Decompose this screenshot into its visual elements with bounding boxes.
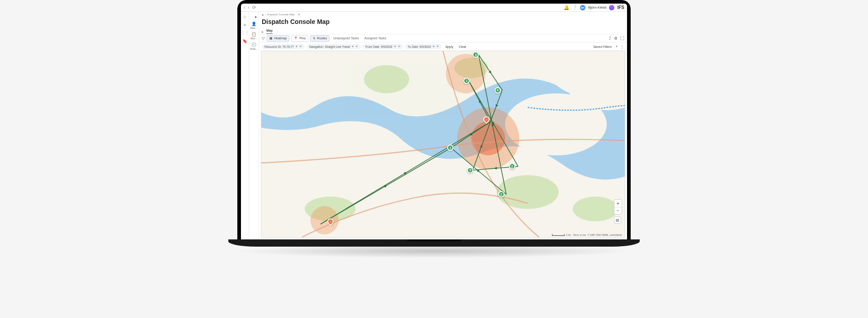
- map-toolbar: ▽ ▦ Heatmap 📍 Pins ↯ Routes Unassigned T…: [259, 34, 627, 42]
- filter-resource[interactable]: Resource ID: 75;76;77 ▼ ✕: [262, 44, 305, 49]
- saved-filters-button[interactable]: Saved Filters: [591, 44, 613, 49]
- home-icon[interactable]: ⌂: [244, 14, 246, 19]
- share-icon[interactable]: ⤴: [609, 36, 611, 41]
- filter-to-date[interactable]: To Date: 9/9/2024 ▼ ✕: [405, 44, 442, 49]
- page-tabs: ▸ Map: [259, 28, 627, 34]
- menu-icon[interactable]: ≡: [244, 23, 246, 27]
- help-icon[interactable]: ❔: [572, 5, 577, 10]
- nav-rail: ⌂ ≡ ⋮⋮ 🔖: [241, 12, 249, 239]
- clock-icon: 🕘: [251, 42, 256, 47]
- person-icon: 👤: [251, 22, 256, 26]
- rail-item-work[interactable]: 📋 Wor...: [250, 32, 258, 40]
- map-controls: + − ▤: [614, 199, 622, 224]
- tab-map[interactable]: Map: [266, 28, 273, 34]
- stop-marker[interactable]: 1: [447, 145, 453, 151]
- stop-marker[interactable]: 3: [472, 51, 479, 58]
- pin-icon: 📍: [294, 37, 298, 40]
- close-icon[interactable]: ✕: [299, 45, 302, 48]
- chevron-down-icon: ▼: [615, 45, 618, 48]
- stop-marker[interactable]: 2: [498, 191, 505, 197]
- heatmap-toggle[interactable]: ▦ Heatmap: [267, 35, 289, 42]
- zoom-control: + −: [614, 199, 622, 215]
- zoom-out-button[interactable]: −: [614, 207, 622, 214]
- route-icon: ↯: [313, 37, 316, 40]
- svg-point-1: [307, 124, 387, 181]
- assigned-link[interactable]: Assigned Tasks: [363, 36, 388, 41]
- unassigned-link[interactable]: Unassigned Tasks: [331, 36, 361, 41]
- clear-button[interactable]: Clear: [457, 44, 468, 49]
- pins-toggle[interactable]: 📍 Pins: [291, 35, 308, 42]
- rail-item-label: Disp...: [250, 47, 258, 50]
- chevron-down-icon: ▼: [295, 45, 298, 48]
- page-title: Dispatch Console Map: [259, 17, 627, 28]
- filter-label: To Date: 9/9/2024: [408, 45, 431, 48]
- clipboard-icon: 📋: [251, 32, 256, 37]
- module-rail: ▸ 👤 Res... 📋 Wor... 🕘 Disp...: [249, 12, 259, 239]
- copyright-label: © 1987–2024 HERE, Lantmäteriet: [588, 234, 622, 236]
- map-canvas: [261, 51, 625, 237]
- chevron-down-icon: ▼: [432, 45, 435, 48]
- expand-rail-icon[interactable]: ▸: [255, 14, 257, 19]
- heatmap-icon: ▦: [269, 37, 273, 40]
- filter-navigation[interactable]: Navigation: Straight Line Travel ▼ ✕: [307, 44, 361, 49]
- breadcrumb-item[interactable]: Dispatch Console Map: [267, 13, 294, 16]
- brand-label: IFS: [617, 5, 624, 10]
- svg-point-9: [573, 196, 618, 221]
- stop-marker[interactable]: 1: [463, 78, 470, 84]
- nav-forward-icon[interactable]: ›: [248, 5, 249, 10]
- filter-label: From Date: 9/9/2024: [365, 45, 392, 48]
- routes-toggle[interactable]: ↯ Routes: [310, 35, 330, 42]
- filter-bar: Resource ID: 75;76;77 ▼ ✕ Navigation: St…: [259, 42, 627, 51]
- stop-marker[interactable]: 3: [467, 167, 473, 173]
- svg-point-5: [364, 65, 409, 93]
- rail-item-dispatch[interactable]: 🕘 Disp...: [250, 42, 258, 50]
- bell-icon[interactable]: 🔔: [564, 5, 569, 10]
- layers-button[interactable]: ▤: [614, 216, 621, 224]
- close-icon[interactable]: ✕: [398, 45, 401, 48]
- breadcrumb: ● › Dispatch Console Map ⧉: [259, 12, 627, 17]
- filter-icon[interactable]: ▽: [262, 36, 265, 41]
- breadcrumb-dot-icon: ●: [262, 13, 264, 16]
- bookmark-icon[interactable]: 🔖: [242, 39, 247, 43]
- nav-back-icon[interactable]: ‹: [244, 5, 245, 10]
- more-icon[interactable]: ⋮: [620, 44, 624, 49]
- nav-refresh-icon[interactable]: ⟳: [252, 5, 256, 10]
- svg-point-13: [311, 206, 339, 234]
- zoom-in-button[interactable]: +: [614, 200, 622, 207]
- fullscreen-icon[interactable]: ⛶: [620, 36, 624, 41]
- filter-from-date[interactable]: From Date: 9/9/2024 ▼ ✕: [363, 44, 403, 49]
- rail-item-resources[interactable]: 👤 Res...: [250, 22, 258, 29]
- rail-item-label: Res...: [250, 27, 258, 29]
- chevron-down-icon: ▼: [394, 45, 396, 48]
- user-name: Björn Kleist: [588, 5, 606, 9]
- stop-marker[interactable]: 4: [495, 87, 501, 94]
- scale-bar: [552, 234, 565, 236]
- chevron-down-icon: ▼: [351, 45, 354, 48]
- close-icon[interactable]: ✕: [355, 45, 358, 48]
- apps-icon[interactable]: ⋮⋮: [241, 31, 249, 35]
- heatmap-label: Heatmap: [274, 37, 287, 40]
- pins-label: Pins: [299, 37, 306, 40]
- terms-link[interactable]: Terms of use: [573, 234, 586, 236]
- close-icon[interactable]: ✕: [436, 45, 439, 48]
- breadcrumb-sep: ›: [265, 13, 266, 16]
- ifs-logo-icon: [609, 5, 614, 10]
- scale-label: 2 km: [566, 234, 571, 236]
- open-new-icon[interactable]: ⧉: [298, 13, 300, 16]
- app-header: ‹ › ⟳ 🔔 ❔ BK Björn Kleist IFS: [241, 4, 627, 12]
- apply-button[interactable]: Apply: [443, 44, 455, 49]
- rail-item-label: Wor...: [250, 37, 258, 40]
- avatar[interactable]: BK: [580, 5, 585, 10]
- routes-label: Routes: [317, 37, 327, 40]
- map-attribution: 2 km Terms of use © 1987–2024 HERE, Lant…: [552, 234, 622, 236]
- filter-label: Resource ID: 75;76;77: [264, 45, 294, 48]
- collapse-panel-icon[interactable]: ▸: [262, 30, 264, 34]
- map[interactable]: ⌂⌂1234123 + − ▤ 2 km Terms of use © 1987…: [261, 51, 625, 238]
- gear-icon[interactable]: ⚙: [614, 36, 618, 41]
- filter-label: Navigation: Straight Line Travel: [309, 45, 350, 48]
- stop-marker[interactable]: 2: [509, 163, 515, 169]
